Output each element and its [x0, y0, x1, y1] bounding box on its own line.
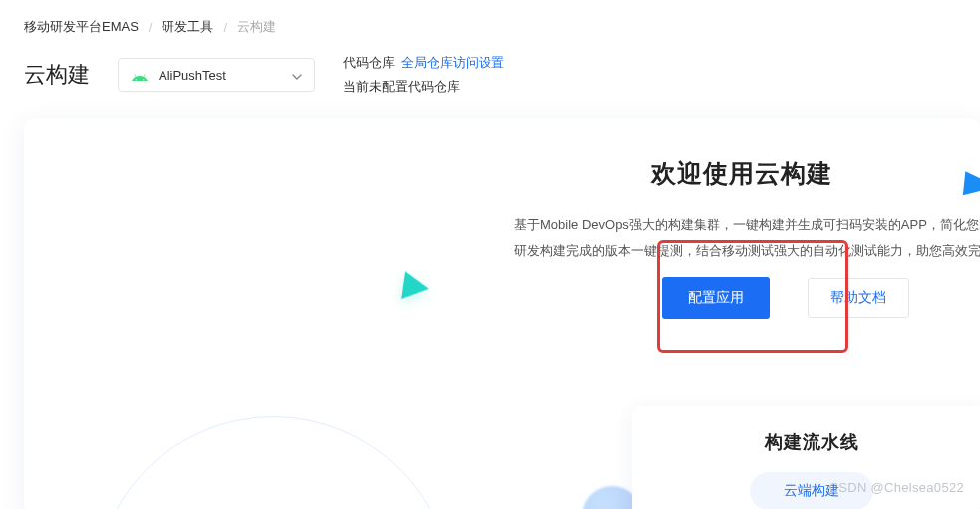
android-icon	[131, 68, 149, 82]
breadcrumb-item-tools[interactable]: 研发工具	[162, 18, 213, 36]
action-row: 配置应用 帮助文档	[662, 277, 909, 319]
app-selector[interactable]: AliPushTest	[118, 58, 315, 92]
welcome-block: 欢迎使用云构建 基于Mobile DevOps强大的构建集群，一键构建并生成可扫…	[502, 157, 980, 264]
pipeline-title: 构建流水线	[632, 430, 980, 454]
help-docs-button[interactable]: 帮助文档	[808, 278, 909, 318]
content-card: 欢迎使用云构建 基于Mobile DevOps强大的构建集群，一键构建并生成可扫…	[24, 118, 980, 509]
page-title: 云构建	[24, 60, 90, 90]
repo-label: 代码仓库	[343, 54, 395, 72]
repo-settings-link[interactable]: 全局仓库访问设置	[401, 54, 504, 72]
pipeline-card: 构建流水线 云端构建	[632, 406, 980, 509]
configure-app-button[interactable]: 配置应用	[662, 277, 770, 319]
repo-status-msg: 当前未配置代码仓库	[343, 78, 460, 96]
welcome-desc-line1: 基于Mobile DevOps强大的构建集群，一键构建并生成可扫码安装的APP，…	[502, 212, 980, 238]
breadcrumb-sep: /	[223, 20, 227, 35]
welcome-desc-line2: 研发构建完成的版本一键提测，结合移动测试强大的自动化测试能力，助您高效完成AI	[502, 238, 980, 264]
breadcrumb-item-current: 云构建	[237, 18, 276, 36]
breadcrumb-item-emas[interactable]: 移动研发平台EMAS	[24, 18, 139, 36]
chevron-down-icon	[292, 66, 302, 84]
repo-info: 代码仓库 全局仓库访问设置 当前未配置代码仓库	[343, 54, 504, 96]
header: 云构建 AliPushTest 代码仓库 全局仓库访问设置 当前未配置代码仓库	[0, 36, 980, 110]
app-selector-label: AliPushTest	[159, 68, 282, 83]
breadcrumb: 移动研发平台EMAS / 研发工具 / 云构建	[0, 0, 980, 36]
circle-decoration	[94, 416, 453, 509]
breadcrumb-sep: /	[149, 20, 153, 35]
welcome-title: 欢迎使用云构建	[502, 157, 980, 190]
pipeline-tab-cloud[interactable]: 云端构建	[750, 472, 873, 509]
play-icon	[401, 271, 431, 302]
